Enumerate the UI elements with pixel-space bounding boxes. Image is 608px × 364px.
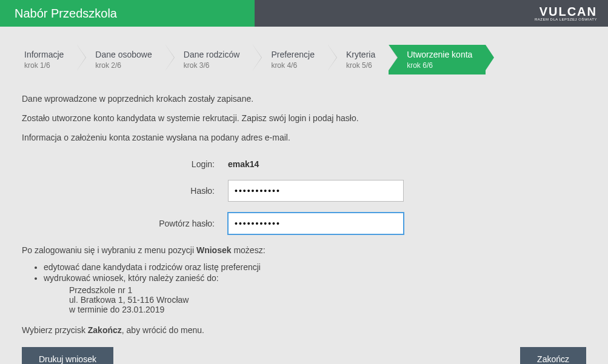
step-5[interactable]: Kryteria krok 5/6 (328, 45, 389, 74)
footer-b: Zakończ (88, 325, 122, 335)
password-input-wrap (228, 180, 404, 202)
step-title: Dane osobowe (95, 50, 152, 60)
login-value: emak14 (228, 159, 259, 169)
step-title: Preferencje (271, 50, 315, 60)
logo-text: VULCAN (540, 5, 597, 18)
step-3[interactable]: Dane rodziców krok 3/6 (165, 45, 253, 74)
step-title: Dane rodziców (184, 50, 240, 60)
info-line-3: Informacja o założeniu konta zostanie wy… (22, 133, 586, 142)
place-name: Przedszkole nr 1 (69, 285, 586, 295)
logo: VULCAN RAZEM DLA LEPSZEJ OŚWIATY (524, 0, 608, 27)
content: Informacje krok 1/6 Dane osobowe krok 2/… (0, 27, 608, 364)
footer-a: Wybierz przycisk (22, 325, 88, 335)
step-sub: krok 1/6 (24, 61, 64, 70)
list-item: edytować dane kandydata i rodziców oraz … (44, 262, 586, 272)
password-input[interactable] (228, 180, 404, 202)
step-sub: krok 6/6 (407, 61, 472, 70)
step-sub: krok 4/6 (271, 61, 315, 70)
logo-subtext: RAZEM DLA LEPSZEJ OŚWIATY (535, 18, 597, 21)
app-title: Nabór Przedszkola (0, 0, 255, 27)
login-label: Login: (22, 159, 228, 169)
password-repeat-input[interactable] (228, 213, 404, 234)
step-2[interactable]: Dane osobowe krok 2/6 (77, 45, 165, 74)
footer-c: , aby wrócić do menu. (122, 325, 204, 335)
password-label: Hasło: (22, 186, 228, 196)
post-intro: Po zalogowaniu się i wybraniu z menu poz… (22, 245, 586, 255)
footer-text: Wybierz przycisk Zakończ, aby wrócić do … (22, 325, 586, 335)
post-intro-b: Wniosek (196, 245, 232, 255)
info-line-1: Dane wprowadzone w poprzednich krokach z… (22, 94, 586, 104)
main-panel: Dane wprowadzone w poprzednich krokach z… (22, 94, 586, 364)
deadline: w terminie do 23.01.2019 (69, 305, 586, 314)
step-title: Utworzenie konta (407, 50, 472, 60)
step-4[interactable]: Preferencje krok 4/6 (253, 45, 328, 74)
list-item: wydrukować wniosek, który należy zanieść… (44, 273, 586, 283)
password-repeat-input-wrap (228, 213, 404, 234)
step-6-active[interactable]: Utworzenie konta krok 6/6 (389, 45, 486, 74)
step-progress: Informacje krok 1/6 Dane osobowe krok 2/… (22, 45, 586, 74)
step-sub: krok 3/6 (184, 61, 240, 70)
step-title: Kryteria (346, 50, 375, 60)
step-sub: krok 2/6 (95, 61, 152, 70)
info-list: edytować dane kandydata i rodziców oraz … (44, 262, 586, 283)
step-title: Informacje (24, 50, 64, 60)
post-intro-c: możesz: (232, 245, 266, 255)
password-row: Hasło: (22, 180, 586, 202)
step-sub: krok 5/6 (346, 61, 375, 70)
finish-button[interactable]: Zakończ (520, 347, 586, 364)
post-intro-a: Po zalogowaniu się i wybraniu z menu poz… (22, 245, 196, 255)
address: ul. Bratkowa 1, 51-116 Wrocław (69, 295, 586, 305)
button-row: Drukuj wniosek Zakończ (22, 347, 586, 364)
top-bar: Nabór Przedszkola VULCAN RAZEM DLA LEPSZ… (0, 0, 608, 27)
login-row: Login: emak14 (22, 159, 586, 169)
print-button[interactable]: Drukuj wniosek (22, 347, 113, 364)
info-line-2: Zostało utworzone konto kandydata w syst… (22, 113, 586, 123)
password-repeat-label: Powtórz hasło: (22, 219, 228, 228)
password-repeat-row: Powtórz hasło: (22, 213, 586, 234)
step-1[interactable]: Informacje krok 1/6 (22, 45, 77, 74)
sub-lines: Przedszkole nr 1 ul. Bratkowa 1, 51-116 … (69, 285, 586, 314)
